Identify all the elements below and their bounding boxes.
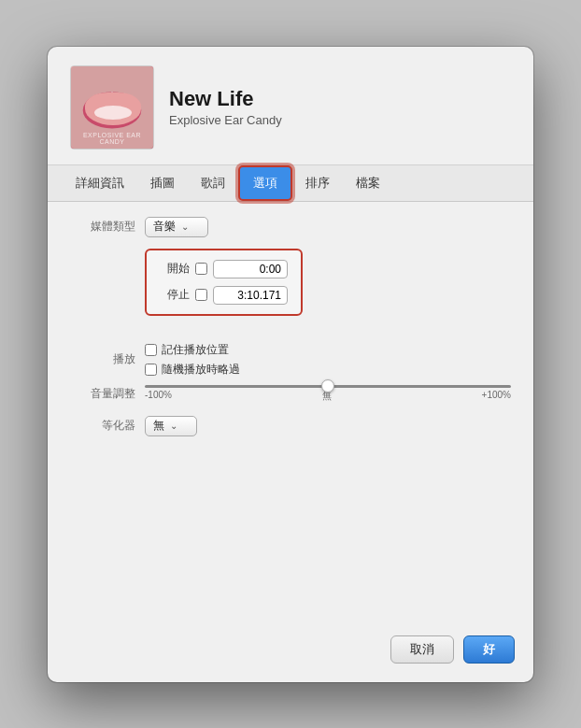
track-title: New Life — [169, 87, 282, 111]
eq-row: 等化器 無 ⌄ — [70, 416, 511, 436]
volume-label: 音量調整 — [70, 386, 135, 402]
eq-dropdown-arrow-icon: ⌄ — [170, 421, 177, 431]
playback-options: 記住播放位置 隨機播放時略過 — [145, 342, 240, 378]
header-info: New Life Explosive Ear Candy — [169, 87, 282, 127]
slider-labels: -100% 無 +100% — [145, 390, 511, 403]
volume-min-label: -100% — [145, 390, 172, 403]
album-label: EXPLOSIVE EAR CANDY — [71, 132, 153, 145]
remember-position-checkbox[interactable] — [145, 344, 157, 356]
volume-slider-container: -100% 無 +100% — [145, 385, 511, 403]
stop-time-row: 停止 — [160, 286, 288, 305]
tab-details[interactable]: 詳細資訊 — [63, 167, 137, 199]
cancel-button[interactable]: 取消 — [390, 635, 454, 664]
album-art: EXPLOSIVE EAR CANDY — [70, 65, 154, 150]
tabs-bar: 詳細資訊 插圖 歌詞 選項 排序 檔案 — [48, 165, 533, 202]
start-checkbox[interactable] — [195, 263, 207, 275]
track-artist: Explosive Ear Candy — [169, 113, 282, 127]
skip-shuffle-checkbox[interactable] — [145, 364, 157, 376]
stop-time-input[interactable] — [213, 286, 288, 305]
volume-row: 音量調整 -100% 無 +100% — [70, 385, 511, 403]
stop-label: 停止 — [160, 287, 190, 303]
start-time-row: 開始 — [160, 260, 288, 278]
footer: 取消 好 — [48, 626, 533, 667]
tab-artwork[interactable]: 插圖 — [137, 167, 188, 199]
playback-row: 播放 記住播放位置 隨機播放時略過 — [70, 342, 511, 378]
eq-value: 無 — [153, 418, 164, 434]
remember-position-row[interactable]: 記住播放位置 — [145, 342, 240, 358]
remember-position-label: 記住播放位置 — [162, 342, 229, 358]
eq-label: 等化器 — [70, 418, 135, 434]
svg-line-4 — [117, 93, 120, 99]
skip-shuffle-label: 隨機播放時略過 — [162, 362, 240, 378]
volume-section: 音量調整 -100% 無 +100% — [70, 385, 511, 403]
volume-max-label: +100% — [482, 390, 511, 403]
tab-lyrics[interactable]: 歌詞 — [188, 167, 238, 199]
tab-options[interactable]: 選項 — [238, 165, 292, 201]
media-type-dropdown[interactable]: 音樂 ⌄ — [145, 217, 208, 237]
dropdown-arrow-icon: ⌄ — [181, 221, 189, 232]
svg-line-2 — [104, 93, 107, 99]
media-type-label: 媒體類型 — [70, 219, 135, 235]
tab-files[interactable]: 檔案 — [343, 167, 393, 199]
media-type-row: 媒體類型 音樂 ⌄ — [70, 217, 511, 237]
skip-shuffle-row[interactable]: 隨機播放時略過 — [145, 362, 240, 378]
volume-slider[interactable] — [145, 385, 511, 388]
svg-point-1 — [83, 92, 142, 128]
media-type-value: 音樂 — [153, 219, 176, 235]
header: EXPLOSIVE EAR CANDY New Life Explosive E… — [48, 47, 533, 165]
dialog: EXPLOSIVE EAR CANDY New Life Explosive E… — [48, 47, 533, 682]
start-time-input[interactable] — [213, 260, 288, 278]
tab-sorting[interactable]: 排序 — [292, 167, 343, 199]
ok-button[interactable]: 好 — [463, 635, 515, 664]
stop-checkbox[interactable] — [195, 289, 207, 301]
volume-center-label: 無 — [172, 390, 482, 403]
content-area: 媒體類型 音樂 ⌄ 開始 停止 — [48, 202, 533, 626]
time-section: 開始 停止 — [145, 249, 303, 316]
playback-label: 播放 — [70, 351, 135, 367]
eq-dropdown[interactable]: 無 ⌄ — [145, 416, 197, 436]
start-label: 開始 — [160, 261, 190, 277]
